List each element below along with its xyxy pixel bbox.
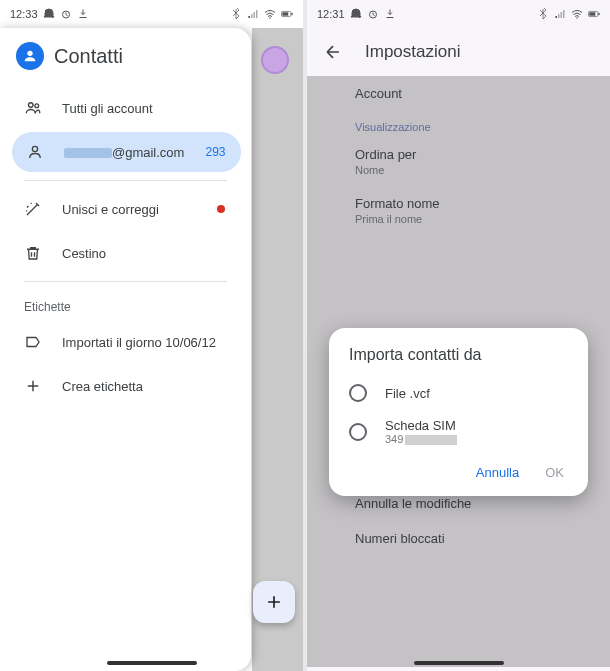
phone-left-drawer: 12:33 Contatti Tutti gli account @gmail. <box>0 0 303 671</box>
statusbar: 12:31 <box>307 0 610 28</box>
download-icon <box>384 8 396 20</box>
plus-icon <box>24 377 42 395</box>
signal-icon <box>554 8 566 20</box>
gesture-bar <box>107 661 197 665</box>
option-vcf[interactable]: File .vcf <box>329 376 588 410</box>
alarm-icon <box>60 8 72 20</box>
svg-rect-3 <box>291 13 292 16</box>
merge-fix-item[interactable]: Unisci e correggi <box>0 189 241 229</box>
ok-button[interactable]: OK <box>545 465 564 480</box>
dialog-title: Importa contatti da <box>329 346 588 376</box>
contacts-app-icon <box>16 42 44 70</box>
person-icon <box>26 143 44 161</box>
option-vcf-label: File .vcf <box>385 386 430 401</box>
statusbar: 12:33 <box>0 0 303 28</box>
svg-point-1 <box>269 17 271 19</box>
svg-rect-12 <box>598 13 599 16</box>
signal-icon <box>247 8 259 20</box>
drawer-title: Contatti <box>54 45 123 68</box>
people-icon <box>24 99 42 117</box>
create-label-text: Crea etichetta <box>62 379 225 394</box>
wifi-icon <box>571 8 583 20</box>
clock: 12:31 <box>317 8 345 20</box>
trash-icon <box>24 244 42 262</box>
imported-label-text: Importati il giorno 10/06/12 <box>62 335 225 350</box>
merge-fix-label: Unisci e correggi <box>62 202 197 217</box>
import-dialog: Importa contatti da File .vcf Scheda SIM… <box>329 328 588 496</box>
cancel-button[interactable]: Annulla <box>476 465 519 480</box>
svg-point-7 <box>35 104 39 108</box>
clock: 12:33 <box>10 8 38 20</box>
account-email: @gmail.com <box>64 145 185 160</box>
svg-point-10 <box>576 17 578 19</box>
battery-icon <box>281 8 293 20</box>
trash-label: Cestino <box>62 246 225 261</box>
svg-point-8 <box>32 146 37 151</box>
option-sim-sub: 349 <box>385 433 457 445</box>
account-count: 293 <box>205 145 225 159</box>
download-icon <box>77 8 89 20</box>
svg-point-5 <box>27 51 32 56</box>
battery-icon <box>588 8 600 20</box>
bluetooth-icon <box>230 8 242 20</box>
settings-body: Account Visualizzazione Ordina per Nome … <box>307 76 610 667</box>
all-accounts-item[interactable]: Tutti gli account <box>0 88 241 128</box>
phone-right-settings: 12:31 Impostazioni Account Visualizzazio… <box>307 0 610 671</box>
dnd-icon <box>350 8 362 20</box>
plus-icon <box>264 592 284 612</box>
fab-add[interactable] <box>253 581 295 623</box>
dialog-actions: Annulla OK <box>329 453 588 488</box>
svg-rect-13 <box>589 12 595 15</box>
divider <box>24 180 227 181</box>
svg-point-6 <box>29 103 34 108</box>
imported-label-item[interactable]: Importati il giorno 10/06/12 <box>0 322 241 362</box>
option-sim[interactable]: Scheda SIM 349 <box>329 410 588 453</box>
label-icon <box>24 333 42 351</box>
svg-rect-4 <box>282 12 288 15</box>
create-label-item[interactable]: Crea etichetta <box>0 366 241 406</box>
gesture-bar <box>414 661 504 665</box>
account-item[interactable]: @gmail.com 293 <box>12 132 241 172</box>
wifi-icon <box>264 8 276 20</box>
alarm-icon <box>367 8 379 20</box>
trash-item[interactable]: Cestino <box>0 233 241 273</box>
option-sim-label: Scheda SIM <box>385 418 457 433</box>
divider <box>24 281 227 282</box>
magic-wand-icon <box>24 200 42 218</box>
notification-dot <box>217 205 225 213</box>
navigation-drawer: Contatti Tutti gli account @gmail.com 29… <box>0 28 251 671</box>
back-arrow-icon[interactable] <box>323 42 343 62</box>
drawer-header: Contatti <box>0 28 251 86</box>
labels-section-title: Etichette <box>0 288 251 320</box>
dnd-icon <box>43 8 55 20</box>
settings-header: Impostazioni <box>307 28 610 76</box>
drawer-backdrop <box>252 28 304 671</box>
bluetooth-icon <box>537 8 549 20</box>
radio-icon <box>349 384 367 402</box>
all-accounts-label: Tutti gli account <box>62 101 225 116</box>
profile-avatar-behind <box>261 46 289 74</box>
settings-title: Impostazioni <box>365 42 460 62</box>
radio-icon <box>349 423 367 441</box>
